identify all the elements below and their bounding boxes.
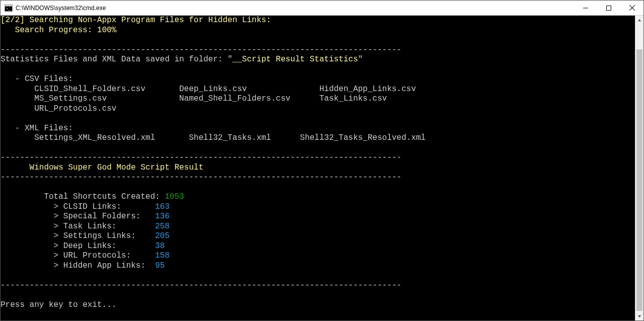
client-area: [2/2] Searching Non-Appx Program Files f… [1, 16, 643, 320]
cmd-window: >_ C:\WINDOWS\system32\cmd.exe [2/2] Sea… [0, 0, 644, 321]
terminal-output[interactable]: [2/2] Searching Non-Appx Program Files f… [1, 16, 635, 320]
result-row-6: > Hidden App Links: 95 [1, 261, 635, 271]
blank [1, 65, 635, 75]
csv-row-1: CLSID_Shell_Folders.csv Deep_Links.csv H… [1, 85, 635, 95]
progress-line-2: Search Progress: 100% [1, 26, 635, 36]
progress-line-1: [2/2] Searching Non-Appx Program Files f… [1, 16, 635, 26]
window-title: C:\WINDOWS\system32\cmd.exe [16, 5, 106, 12]
scroll-up-button[interactable] [635, 16, 643, 24]
minimize-button[interactable] [574, 1, 597, 15]
blank [1, 114, 635, 124]
blank [1, 143, 635, 153]
stats-header: Statistics Files and XML Data saved in f… [1, 55, 635, 65]
titlebar[interactable]: >_ C:\WINDOWS\system32\cmd.exe [1, 1, 643, 16]
blank [1, 183, 635, 193]
csv-row-2: MS_Settings.csv Named_Shell_Folders.csv … [1, 94, 635, 104]
result-row-1: > Special Folders: 136 [1, 212, 635, 222]
window-controls [574, 1, 643, 15]
result-row-2: > Task Links: 258 [1, 222, 635, 232]
svg-text:>_: >_ [6, 7, 11, 11]
result-row-4: > Deep Links: 38 [1, 242, 635, 252]
scroll-down-button[interactable] [635, 312, 643, 320]
csv-row-3: URL_Protocols.csv [1, 104, 635, 114]
csv-label: - CSV Files: [1, 74, 635, 85]
footer-prompt: Press any key to exit... [1, 300, 635, 310]
close-button[interactable] [620, 1, 643, 15]
result-title: Windows Super God Mode Script Result [1, 163, 635, 173]
blank [1, 290, 635, 300]
divider: ----------------------------------------… [1, 45, 635, 55]
result-row-3: > Settings Links: 205 [1, 231, 635, 242]
xml-row-1: Settings_XML_Resolved.xml Shell32_Tasks.… [1, 133, 635, 143]
maximize-button[interactable] [597, 1, 620, 15]
divider: ----------------------------------------… [1, 153, 635, 163]
vertical-scrollbar[interactable] [635, 16, 643, 320]
svg-rect-4 [607, 6, 611, 10]
total-shortcuts: Total Shortcuts Created: 1053 [1, 192, 635, 202]
xml-label: - XML Files: [1, 124, 635, 134]
blank [1, 271, 635, 281]
result-row-5: > URL Protocols: 158 [1, 251, 635, 261]
blank [1, 35, 635, 45]
cmd-icon: >_ [5, 4, 13, 12]
svg-marker-8 [638, 315, 641, 317]
scroll-thumb[interactable] [636, 49, 642, 311]
divider: ----------------------------------------… [1, 281, 635, 291]
svg-marker-7 [638, 19, 641, 21]
divider: ----------------------------------------… [1, 173, 635, 183]
result-row-0: > CLSID Links: 163 [1, 202, 635, 212]
